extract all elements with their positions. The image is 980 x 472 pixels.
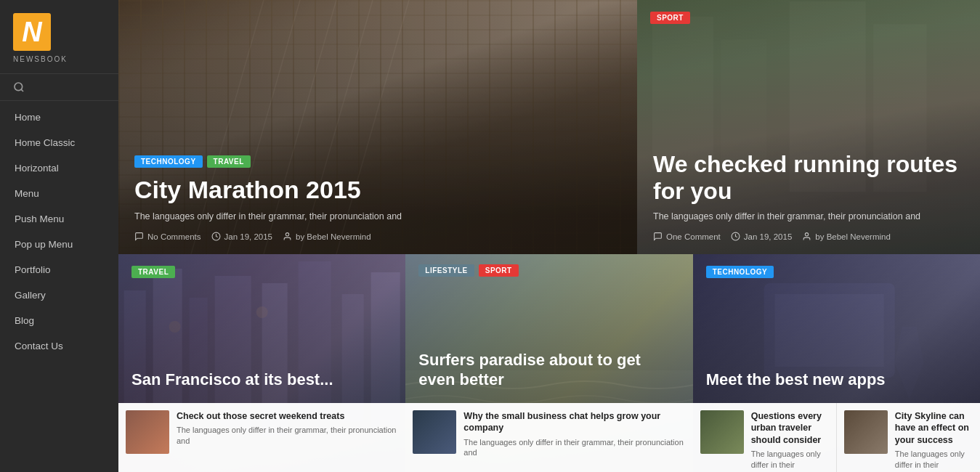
svg-point-9 [286, 233, 288, 236]
right-article-date: Jan 19, 2015 [744, 232, 793, 241]
ticker-right-item1: Questions every urban traveler should co… [693, 403, 837, 472]
ticker-text-right1: Questions every urban traveler should co… [744, 410, 829, 465]
hero-right-content: We checked running routes for you The la… [637, 137, 980, 254]
ticker-left: Check out those secret weekend treats Th… [118, 403, 405, 472]
card-left-title: San Francisco at its best... [131, 370, 392, 389]
hero-right-tag-area: SPORT [637, 0, 980, 33]
card-right-title: Meet the best new apps [706, 370, 967, 389]
top-hero-row: TECHNOLOGY TRAVEL City Marathon 2015 The… [118, 0, 980, 254]
nav-item-horizontal[interactable]: Horizontal [0, 155, 118, 181]
ticker-desc-right2: The languages only differ in their gramm… [895, 449, 973, 472]
ticker-desc-left: The languages only differ in their gramm… [177, 425, 398, 447]
ticker-right: Questions every urban traveler should co… [693, 403, 980, 472]
comment-count: No Comments [147, 232, 201, 241]
tag-technology-right[interactable]: TECHNOLOGY [706, 266, 774, 278]
ticker-text-center: Why the small business chat helps grow y… [456, 410, 685, 465]
clock-icon-right [731, 232, 740, 241]
comment-icon-right [653, 232, 663, 241]
card-center-content: Surfers paradise about to get even bette… [405, 341, 692, 399]
hero-card-right[interactable]: SPORT We checked running routes for you … [637, 0, 980, 254]
ticker-title-right2[interactable]: City Skyline can have an effect on your … [895, 410, 973, 446]
hero-left-title: City Marathon 2015 [134, 175, 621, 205]
clock-icon [211, 232, 221, 241]
ticker-thumb-right2 [844, 410, 888, 454]
ticker-title-center[interactable]: Why the small business chat helps grow y… [463, 410, 685, 434]
card-left-tag: TRAVEL [131, 264, 175, 277]
nav-item-home-classic[interactable]: Home Classic [0, 130, 118, 155]
author-meta: by Bebel Nevermind [283, 232, 371, 241]
hero-left-desc: The languages only differ in their gramm… [134, 211, 621, 224]
brand-name: NEWSBOOK [13, 55, 68, 63]
tag-sport-center[interactable]: SPORT [479, 264, 519, 277]
hero-right-meta: One Comment Jan 19, 2015 by Bebel Neverm… [653, 232, 964, 241]
tag-travel-left[interactable]: TRAVEL [131, 266, 175, 278]
search-icon [13, 81, 25, 93]
user-icon-right [802, 232, 811, 241]
hero-right-desc: The languages only differ in their gramm… [653, 211, 964, 224]
nav-item-push-menu[interactable]: Push Menu [0, 206, 118, 232]
card-center-tags: LIFESTYLE SPORT [418, 264, 518, 284]
ticker-thumb-left [126, 410, 169, 454]
main-content: TECHNOLOGY TRAVEL City Marathon 2015 The… [118, 0, 980, 472]
bottom-row: TRAVEL San Francisco at its best... Chec… [118, 254, 980, 472]
hero-card-left[interactable]: TECHNOLOGY TRAVEL City Marathon 2015 The… [118, 0, 637, 254]
ticker-right-item2: City Skyline can have an effect on your … [837, 403, 980, 472]
comments-meta: No Comments [134, 232, 201, 241]
ticker-center: Why the small business chat helps grow y… [405, 403, 692, 472]
nav-item-menu[interactable]: Menu [0, 181, 118, 206]
right-date-meta: Jan 19, 2015 [731, 232, 793, 241]
ticker-desc-center: The languages only differ in their gramm… [463, 437, 685, 459]
nav-item-popup-menu[interactable]: Pop up Menu [0, 232, 118, 257]
card-center-title: Surfers paradise about to get even bette… [418, 351, 679, 389]
ticker-desc-right1: The languages only differ in their gramm… [751, 449, 829, 472]
nav-item-blog[interactable]: Blog [0, 308, 118, 333]
logo-icon: N [13, 13, 51, 51]
tag-lifestyle[interactable]: LIFESTYLE [418, 264, 474, 277]
nav-item-contact[interactable]: Contact Us [0, 333, 118, 359]
ticker-title-left[interactable]: Check out those secret weekend treats [177, 410, 398, 422]
navigation-menu: Home Home Classic Horizontal Menu Push M… [0, 101, 118, 472]
medium-card-sf[interactable]: TRAVEL San Francisco at its best... Chec… [118, 254, 405, 472]
article-date: Jan 19, 2015 [224, 232, 273, 241]
right-author-name: by Bebel Nevermind [815, 232, 891, 241]
author-name: by Bebel Nevermind [296, 232, 371, 241]
date-meta: Jan 19, 2015 [211, 232, 273, 241]
right-comments-meta: One Comment [653, 232, 721, 241]
user-icon [283, 232, 292, 241]
nav-item-home[interactable]: Home [0, 105, 118, 130]
comment-icon [134, 232, 144, 241]
medium-card-tech[interactable]: TECHNOLOGY Meet the best new apps Questi… [693, 254, 980, 472]
medium-card-surfers[interactable]: LIFESTYLE SPORT Surfers paradise about t… [405, 254, 692, 472]
nav-item-portfolio[interactable]: Portfolio [0, 257, 118, 282]
ticker-thumb-right1 [700, 410, 744, 454]
sidebar: N NEWSBOOK Home Home Classic Horizontal … [0, 0, 118, 472]
right-comment-count: One Comment [666, 232, 721, 241]
right-author-meta: by Bebel Nevermind [802, 232, 891, 241]
ticker-thumb-center [413, 410, 456, 454]
svg-point-0 [15, 83, 23, 91]
card-right-content: Meet the best new apps [693, 360, 980, 399]
logo-area: N NEWSBOOK [0, 0, 118, 74]
tag-travel[interactable]: TRAVEL [207, 155, 251, 168]
hero-left-content: TECHNOLOGY TRAVEL City Marathon 2015 The… [118, 141, 637, 254]
ticker-text-right2: City Skyline can have an effect on your … [888, 410, 973, 465]
search-bar[interactable] [0, 74, 118, 101]
card-right-tag: TECHNOLOGY [706, 264, 774, 277]
ticker-text-left: Check out those secret weekend treats Th… [169, 410, 398, 465]
nav-item-gallery[interactable]: Gallery [0, 282, 118, 308]
ticker-title-right1[interactable]: Questions every urban traveler should co… [751, 410, 829, 446]
svg-point-16 [806, 233, 809, 236]
svg-line-1 [21, 89, 23, 91]
card-left-content: San Francisco at its best... [118, 360, 405, 399]
hero-right-title: We checked running routes for you [653, 151, 964, 205]
tag-sport-right[interactable]: SPORT [650, 12, 690, 24]
hero-left-tags: TECHNOLOGY TRAVEL [134, 155, 621, 168]
tag-technology[interactable]: TECHNOLOGY [134, 155, 203, 168]
hero-left-meta: No Comments Jan 19, 2015 by Bebel Neverm… [134, 232, 621, 241]
